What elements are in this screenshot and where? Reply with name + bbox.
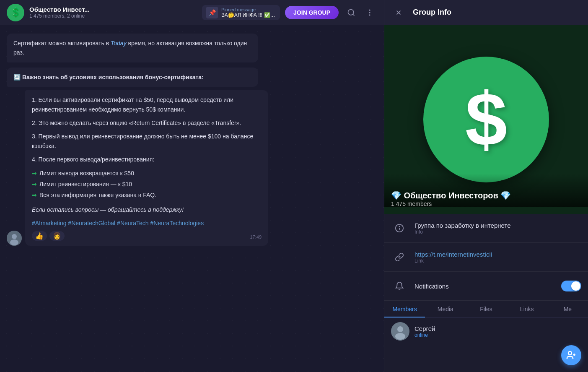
- svg-line-1: [353, 14, 355, 16]
- message-bubble-main: 1. Если вы активировали сертификат на $5…: [25, 90, 268, 246]
- arrow-icon: ➡: [32, 169, 37, 178]
- group-name: Общество Инвест...: [29, 6, 197, 13]
- svg-point-14: [397, 326, 403, 332]
- dollar-circle: $: [423, 57, 549, 182]
- svg-point-3: [369, 12, 370, 13]
- sender-avatar: [7, 231, 22, 246]
- arrow-item: ➡ Лимит реинвестирования — к $10: [32, 179, 262, 189]
- header-info: Общество Инвест... 1 475 members, 2 onli…: [29, 6, 197, 19]
- message-bubble: 🔄 Важно знать об условиях использования …: [7, 68, 258, 87]
- message-footer: 👍 👩 17:49: [32, 231, 262, 241]
- member-info: Сергей online: [414, 325, 581, 338]
- link-label: Link: [414, 258, 581, 264]
- message-bubble: Сертификат можно активировать в Today вр…: [7, 34, 258, 62]
- chat-messages: Сертификат можно активировать в Today вр…: [0, 25, 384, 372]
- svg-point-16: [568, 351, 572, 355]
- notifications-toggle[interactable]: [561, 281, 581, 291]
- member-name: Сергей: [414, 325, 581, 332]
- arrow-icon: ➡: [32, 179, 37, 189]
- tab-files[interactable]: Files: [466, 301, 506, 317]
- tab-links[interactable]: Links: [507, 301, 547, 317]
- description-row: Группа по заработку в интернете Info: [384, 214, 588, 243]
- chat-header: 💲 Общество Инвест... 1 475 members, 2 on…: [0, 0, 384, 25]
- tab-me[interactable]: Me: [547, 301, 588, 317]
- member-status: online: [414, 332, 581, 338]
- message-row: 1. Если вы активировали сертификат на $5…: [7, 90, 377, 246]
- arrow-item: ➡ Вся эта информация также указана в FAQ…: [32, 190, 262, 200]
- group-display-name: 💎 Общество Инвесторов 💎: [391, 190, 581, 200]
- group-info-panel: Group Info $ 💎 Общество Инвесторов 💎 1 4…: [384, 0, 588, 372]
- info-section: Группа по заработку в интернете Info htt…: [384, 214, 588, 301]
- search-button[interactable]: [344, 5, 359, 20]
- svg-point-7: [10, 239, 18, 245]
- more-options-button[interactable]: [362, 5, 377, 20]
- arrow-text: Лимит реинвестирования — к $10: [39, 179, 132, 189]
- member-row[interactable]: Сергей online: [384, 318, 588, 345]
- toggle-knob: [571, 281, 580, 291]
- reaction-person[interactable]: 👩: [49, 231, 65, 241]
- pinned-text: Pinned message ВА🤔АЯ ИНФА !!! ✅ Ка...: [221, 7, 276, 18]
- tabs-row: Members Media Files Links Me: [384, 301, 588, 318]
- group-members-count: 1 475 members: [391, 200, 581, 207]
- link-row[interactable]: https://t.me/internetinvesticii Link: [384, 243, 588, 272]
- description-text: Группа по заработку в интернете: [414, 222, 581, 229]
- pinned-icon: 📌: [206, 7, 218, 18]
- link-icon: [391, 249, 408, 265]
- description-content: Группа по заработку в интернете Info: [414, 222, 581, 235]
- svg-point-4: [369, 14, 370, 16]
- svg-point-6: [12, 234, 17, 239]
- add-member-fab[interactable]: [561, 345, 581, 365]
- svg-point-0: [348, 9, 354, 15]
- close-button[interactable]: [391, 5, 406, 20]
- group-name-overlay: 💎 Общество Инвесторов 💎 1 475 members: [384, 174, 588, 207]
- svg-point-15: [395, 333, 405, 340]
- pinned-label: Pinned message: [221, 7, 276, 12]
- tab-members[interactable]: Members: [384, 301, 425, 317]
- arrow-text: Вся эта информация также указана в FAQ.: [39, 190, 156, 200]
- message-text: Сертификат можно активировать в Today вр…: [13, 39, 251, 57]
- member-avatar: [391, 322, 409, 341]
- reaction-thumbsup[interactable]: 👍: [32, 231, 47, 241]
- description-label: Info: [414, 229, 581, 235]
- arrow-item: ➡ Лимит вывода возвращается к $50: [32, 169, 262, 178]
- info-icon: [391, 220, 408, 237]
- arrow-text: Лимит вывода возвращается к $50: [39, 169, 134, 178]
- group-subtitle: 1 475 members, 2 online: [29, 13, 197, 19]
- message-text: 1. Если вы активировали сертификат на $5…: [32, 95, 262, 228]
- group-link[interactable]: https://t.me/internetinvesticii: [414, 251, 581, 258]
- italic-text: Если остались вопросы — обращайтесь в по…: [32, 205, 262, 214]
- svg-point-2: [369, 9, 370, 10]
- link-content: https://t.me/internetinvesticii Link: [414, 251, 581, 264]
- dollar-sign-icon: $: [465, 82, 507, 157]
- hashtags: #AImarketing #NeuratechGlobal #NeuraTech…: [32, 219, 262, 228]
- message-text: 🔄 Важно знать об условиях использования …: [13, 73, 251, 82]
- tab-media[interactable]: Media: [425, 301, 466, 317]
- notifications-content: Notifications: [414, 283, 554, 290]
- notifications-row: Notifications: [384, 272, 588, 301]
- group-avatar: 💲: [7, 4, 24, 21]
- header-actions: [344, 5, 377, 20]
- group-info-title: Group Info: [413, 8, 451, 17]
- chat-panel: 💲 Общество Инвест... 1 475 members, 2 on…: [0, 0, 384, 372]
- join-group-button[interactable]: JOIN GROUP: [285, 6, 339, 19]
- bell-icon: [391, 278, 408, 294]
- arrow-icon: ➡: [32, 190, 37, 200]
- members-list: Сергей online: [384, 318, 588, 372]
- highlight-text: Today: [111, 40, 127, 47]
- pinned-content: ВА🤔АЯ ИНФА !!! ✅ Ка...: [221, 12, 276, 18]
- message-time: 17:49: [250, 234, 262, 239]
- notifications-label: Notifications: [414, 283, 554, 290]
- group-cover: $ 💎 Общество Инвесторов 💎 1 475 members: [384, 25, 588, 214]
- reactions: 👍 👩: [32, 231, 65, 241]
- pinned-message[interactable]: 📌 Pinned message ВА🤔АЯ ИНФА !!! ✅ Ка...: [202, 5, 280, 20]
- group-info-header: Group Info: [384, 0, 588, 25]
